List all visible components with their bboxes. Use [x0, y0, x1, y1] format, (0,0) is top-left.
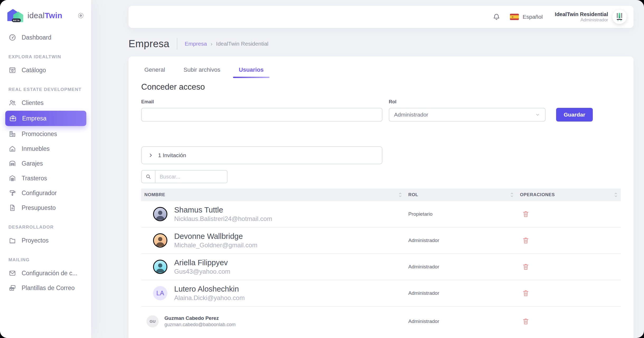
- delete-user-button[interactable]: [522, 317, 530, 326]
- tab-general[interactable]: General: [141, 64, 168, 78]
- column-header-rol[interactable]: ROL: [405, 192, 517, 198]
- sidebar-item-configurador[interactable]: Configurador: [0, 186, 91, 200]
- table-row: Ariella Filippyev Gus43@yahoo.com Admini…: [141, 254, 621, 280]
- sidebar-item-label: Trasteros: [22, 175, 47, 182]
- beta-badge: BETA: [12, 18, 21, 22]
- folder-icon: [8, 236, 16, 244]
- chevron-right-icon: [148, 153, 153, 158]
- delete-user-button[interactable]: [522, 262, 530, 272]
- brand-logo-text: idealTwin: [27, 11, 62, 20]
- search-input[interactable]: [155, 171, 228, 183]
- sidebar-item-inmuebles[interactable]: Inmuebles: [0, 141, 91, 156]
- sidebar-item-presupuesto[interactable]: Presupuesto: [0, 200, 91, 215]
- column-header-nombre[interactable]: NOMBRE: [141, 192, 405, 198]
- breadcrumb-link-empresa[interactable]: Empresa: [185, 41, 207, 47]
- user-role: Administrador: [405, 290, 517, 296]
- language-selector[interactable]: Español: [510, 14, 543, 20]
- sidebar-item-configuracion-correo[interactable]: Configuración de c...: [0, 266, 91, 281]
- sort-icon: [510, 192, 514, 198]
- sidebar-section-mailing: MAILING: [8, 257, 91, 263]
- briefcase-icon: [9, 114, 17, 122]
- grant-access-heading: Conceder acceso: [141, 82, 621, 92]
- sidebar-nav: Dashboard EXPLORA IDEALTWIN Catálogo REA…: [0, 30, 91, 295]
- sidebar-item-label: Promociones: [22, 131, 57, 138]
- sidebar-item-label: Garajes: [22, 160, 43, 167]
- mail-templates-icon: [8, 284, 16, 292]
- sidebar-item-clientes[interactable]: Clientes: [0, 95, 91, 110]
- user-name: Ariella Filippyev: [174, 258, 230, 267]
- sidebar-item-label: Empresa: [22, 115, 46, 122]
- sidebar-item-label: Clientes: [22, 99, 44, 107]
- rol-label: Rol: [389, 99, 546, 105]
- envelope-icon: [8, 269, 16, 277]
- invitations-expander[interactable]: 1 Invitación: [141, 146, 382, 164]
- sort-icon: [399, 192, 402, 198]
- user-role: Administrador: [405, 264, 517, 270]
- sidebar-item-promociones[interactable]: Promociones: [0, 127, 91, 141]
- active-tab-underline: [233, 77, 269, 78]
- title-divider: [177, 38, 177, 50]
- delete-user-button[interactable]: [522, 209, 530, 219]
- avatar: LA: [153, 286, 167, 300]
- user-email: Nicklaus.Balistreri24@hotmail.com: [174, 215, 272, 223]
- sidebar-item-empresa[interactable]: Empresa: [5, 111, 86, 126]
- breadcrumb: Empresa Empresa › IdealTwin Residential: [129, 37, 633, 50]
- delete-user-button[interactable]: [522, 236, 530, 245]
- avatar-initials: LA: [156, 289, 164, 297]
- tab-bar: General Subir archivos Usuarios: [141, 64, 621, 78]
- document-icon: [8, 204, 16, 212]
- user-email: Gus43@yahoo.com: [174, 268, 230, 275]
- grant-access-form: Email Rol Administrador Guardar: [141, 99, 621, 122]
- buildings-icon: [8, 130, 16, 138]
- chevron-down-icon: [535, 112, 540, 117]
- rol-select[interactable]: Administrador: [389, 108, 546, 122]
- sidebar-item-trasteros[interactable]: Trasteros: [0, 171, 91, 186]
- email-label: Email: [141, 99, 382, 105]
- sidebar-settings-icon[interactable]: [77, 12, 84, 19]
- sidebar-item-dashboard[interactable]: Dashboard: [0, 30, 91, 45]
- user-name: Lutero Aloshechkin: [174, 285, 245, 293]
- account-menu[interactable]: IdealTwin Residential Administrador: [555, 11, 608, 23]
- email-field[interactable]: [141, 108, 382, 122]
- column-header-operaciones[interactable]: OPERACIONES: [517, 192, 621, 198]
- account-role: Administrador: [555, 17, 608, 23]
- user-role: Propietario: [405, 211, 517, 217]
- breadcrumb-current: IdealTwin Residential: [216, 41, 268, 47]
- users-table: NOMBRE ROL OPERACIONES: [141, 189, 621, 336]
- catalog-icon: [8, 66, 16, 74]
- tab-subir-archivos[interactable]: Subir archivos: [180, 64, 223, 78]
- app-window: BETA idealTwin Dashboard EXPLORA IDEALTW…: [0, 0, 644, 338]
- tab-usuarios[interactable]: Usuarios: [236, 64, 267, 78]
- table-row: Devonne Wallbridge Michale_Goldner@gmail…: [141, 228, 621, 254]
- account-avatar[interactable]: [612, 10, 627, 24]
- avatar: [153, 233, 167, 248]
- sidebar-item-plantillas-correo[interactable]: Plantillas de Correo: [0, 281, 91, 295]
- sidebar-item-catalogo[interactable]: Catálogo: [0, 63, 91, 78]
- sidebar-item-proyectos[interactable]: Proyectos: [0, 233, 91, 248]
- delete-user-button[interactable]: [522, 288, 530, 298]
- brand-logo-icon: BETA: [7, 8, 24, 23]
- invitations-label: 1 Invitación: [158, 152, 186, 158]
- sidebar-item-label: Plantillas de Correo: [22, 284, 75, 292]
- breadcrumb-separator: ›: [211, 41, 212, 47]
- user-name: Devonne Wallbridge: [174, 232, 257, 240]
- table-search: [141, 170, 228, 183]
- company-logo-icon: [614, 11, 625, 23]
- notifications-bell-icon[interactable]: [493, 13, 500, 21]
- language-label: Español: [523, 14, 543, 20]
- users-icon: [8, 99, 16, 107]
- user-email: guzman.cabedo@baboonlab.com: [164, 322, 235, 327]
- avatar: [153, 260, 167, 274]
- user-name: Guzman Cabedo Perez: [164, 315, 235, 321]
- user-name: Shamus Tuttle: [174, 206, 272, 214]
- sidebar-section-explora: EXPLORA IDEALTWIN: [8, 54, 91, 60]
- spain-flag-icon: [510, 14, 519, 20]
- storage-icon: [8, 174, 16, 182]
- sidebar-item-label: Dashboard: [22, 34, 51, 41]
- brand-logo[interactable]: BETA idealTwin: [0, 7, 91, 24]
- content-card: General Subir archivos Usuarios Conceder…: [129, 56, 633, 338]
- gauge-icon: [8, 33, 16, 41]
- sidebar-item-label: Catálogo: [22, 67, 46, 74]
- save-button[interactable]: Guardar: [556, 108, 593, 122]
- sidebar-item-garajes[interactable]: Garajes: [0, 156, 91, 171]
